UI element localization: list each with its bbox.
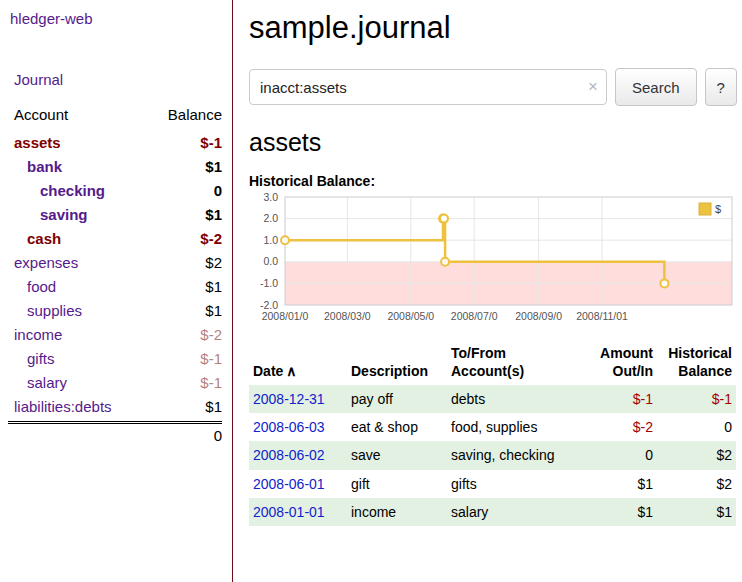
amount-header-line1: Amount (600, 345, 653, 361)
register-row: 2008-06-02 save saving, checking 0 $2 (249, 441, 736, 469)
svg-text:2008/07/0: 2008/07/0 (451, 310, 498, 322)
svg-text:2008/09/0: 2008/09/0 (515, 310, 562, 322)
register-row: 2008-06-01 gift gifts $1 $2 (249, 470, 736, 498)
register-accounts: debts (447, 385, 571, 413)
svg-text:0.0: 0.0 (263, 255, 278, 267)
register-date-link[interactable]: 2008-12-31 (253, 391, 325, 407)
register-row: 2008-06-03 eat & shop food, supplies $-2… (249, 413, 736, 441)
register-description: save (347, 441, 447, 469)
register-date-link[interactable]: 2008-06-02 (253, 447, 325, 463)
register-description: pay off (347, 385, 447, 413)
account-row: liabilities:debts $1 (8, 395, 222, 419)
account-row: checking 0 (8, 179, 222, 203)
main-content: sample.journal × Search ? assets Histori… (233, 0, 742, 582)
register-amount: $1 (571, 470, 657, 498)
register-amount: $-2 (571, 413, 657, 441)
account-link[interactable]: liabilities:debts (14, 395, 112, 419)
sort-asc-icon: ∧ (286, 363, 296, 379)
account-link[interactable]: gifts (27, 347, 55, 371)
account-row: bank $1 (8, 155, 222, 179)
account-row: salary $-1 (8, 371, 222, 395)
account-row: cash $-2 (8, 227, 222, 251)
account-link[interactable]: salary (27, 371, 67, 395)
chart-title: Historical Balance: (249, 173, 737, 189)
search-form: × Search ? (249, 68, 737, 106)
account-balance: $-2 (200, 227, 222, 251)
svg-text:1.0: 1.0 (263, 234, 278, 246)
historical-balance-chart: 3.02.01.00.0-1.0-2.02008/01/02008/03/020… (249, 193, 736, 333)
search-input[interactable] (249, 69, 607, 105)
account-link[interactable]: income (14, 323, 62, 347)
register-header-balance: Historical Balance (657, 343, 736, 385)
register-description: eat & shop (347, 413, 447, 441)
register-balance: 0 (657, 413, 736, 441)
page-title: sample.journal (249, 10, 737, 46)
account-row: assets $-1 (8, 131, 222, 155)
svg-text:3.0: 3.0 (263, 193, 278, 203)
clear-search-icon[interactable]: × (588, 78, 598, 95)
svg-text:2.0: 2.0 (263, 212, 278, 224)
register-table: Date∧ Description To/From Account(s) Amo… (249, 343, 736, 526)
account-balance: $1 (205, 395, 222, 419)
account-balance: $-1 (200, 347, 222, 371)
register-accounts: gifts (447, 470, 571, 498)
register-balance: $1 (657, 498, 736, 526)
register-date-link[interactable]: 2008-06-01 (253, 476, 325, 492)
register-accounts: salary (447, 498, 571, 526)
search-button[interactable]: Search (615, 68, 697, 106)
account-balance: $2 (205, 251, 222, 275)
account-balance: $1 (205, 275, 222, 299)
account-row: supplies $1 (8, 299, 222, 323)
register-amount: $1 (571, 498, 657, 526)
account-link[interactable]: saving (40, 203, 88, 227)
account-balance: $-1 (200, 371, 222, 395)
register-date-link[interactable]: 2008-06-03 (253, 419, 325, 435)
app-title-link[interactable]: hledger-web (10, 10, 222, 27)
account-balance: $1 (205, 155, 222, 179)
search-box: × (249, 69, 607, 105)
account-link[interactable]: supplies (27, 299, 82, 323)
register-accounts: saving, checking (447, 441, 571, 469)
svg-text:2008/11/01: 2008/11/01 (576, 310, 628, 322)
register-amount: $-1 (571, 385, 657, 413)
register-description: income (347, 498, 447, 526)
account-link[interactable]: expenses (14, 251, 78, 275)
account-column-header: Account (8, 106, 68, 123)
register-balance: $2 (657, 470, 736, 498)
account-balance: $1 (205, 203, 222, 227)
register-header-row: Date∧ Description To/From Account(s) Amo… (249, 343, 736, 385)
svg-text:2008/03/0: 2008/03/0 (324, 310, 371, 322)
account-balance: $1 (205, 299, 222, 323)
register-amount: 0 (571, 441, 657, 469)
register-header-date[interactable]: Date∧ (249, 343, 347, 385)
account-heading: assets (249, 128, 737, 157)
account-link[interactable]: cash (27, 227, 61, 251)
amount-header-line2: Out/In (613, 363, 653, 379)
svg-text:$: $ (715, 203, 721, 215)
account-link[interactable]: assets (14, 131, 61, 155)
date-header-label: Date (253, 363, 283, 379)
balance-header-line2: Balance (678, 363, 732, 379)
description-header-label: Description (351, 363, 428, 379)
help-button[interactable]: ? (705, 68, 737, 106)
svg-text:2008/05/0: 2008/05/0 (387, 310, 434, 322)
sidebar-item-journal[interactable]: Journal (14, 71, 222, 88)
register-accounts: food, supplies (447, 413, 571, 441)
account-balance: $-1 (200, 131, 222, 155)
accounts-table: Account Balance assets $-1 bank $1 check… (8, 106, 222, 448)
account-row: food $1 (8, 275, 222, 299)
balance-column-header: Balance (168, 106, 222, 123)
register-header-accounts: To/From Account(s) (447, 343, 571, 385)
balance-header-line1: Historical (668, 345, 732, 361)
register-date-link[interactable]: 2008-01-01 (253, 504, 325, 520)
hledger-web-app: hledger-web Journal Account Balance asse… (0, 0, 742, 582)
accounts-total: 0 (8, 421, 222, 448)
svg-text:2008/01/0: 2008/01/0 (262, 310, 309, 322)
account-link[interactable]: checking (40, 179, 105, 203)
register-balance: $2 (657, 441, 736, 469)
account-link[interactable]: food (27, 275, 56, 299)
account-row: saving $1 (8, 203, 222, 227)
account-link[interactable]: bank (27, 155, 62, 179)
register-row: 2008-12-31 pay off debts $-1 $-1 (249, 385, 736, 413)
register-header-amount: Amount Out/In (571, 343, 657, 385)
